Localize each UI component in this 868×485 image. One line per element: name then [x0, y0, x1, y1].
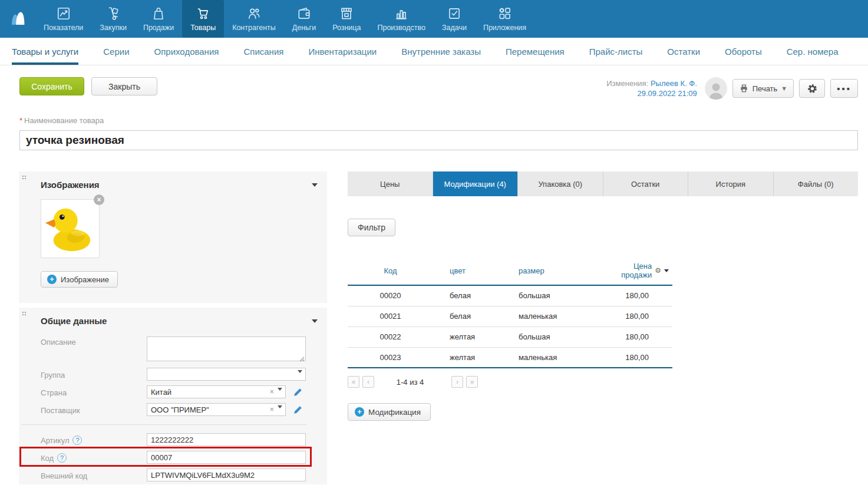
table-row[interactable]: 00020 белая большая 180,00 — [348, 285, 672, 306]
more-actions-button[interactable]: ••• — [830, 79, 858, 98]
top-nav-label: Товары — [190, 24, 216, 32]
print-button[interactable]: Печать ▼ — [732, 79, 794, 98]
top-nav-proizvodstvo[interactable]: Производство — [369, 0, 434, 38]
price-header-label: Цена продажи — [604, 262, 652, 279]
chevron-down-icon[interactable] — [278, 405, 282, 408]
drag-handle-icon[interactable] — [22, 312, 24, 313]
cell-code[interactable]: 00021 — [348, 306, 433, 326]
cell-price[interactable]: 180,00 — [604, 347, 672, 368]
cell-price[interactable]: 180,00 — [604, 326, 672, 347]
subnav-serii[interactable]: Серии — [103, 38, 129, 65]
resize-grip-icon[interactable] — [299, 357, 305, 362]
last-page-button[interactable]: » — [466, 376, 478, 388]
cell-code[interactable]: 00020 — [348, 285, 433, 306]
group-select[interactable] — [147, 368, 306, 381]
subnav-tovary-i-uslugi[interactable]: Товары и услуги — [12, 38, 78, 65]
column-settings-gear-icon[interactable]: ⚙ — [655, 267, 661, 274]
collapse-icon[interactable] — [312, 319, 318, 323]
settings-button[interactable] — [799, 79, 825, 98]
app-logo[interactable] — [0, 0, 35, 38]
save-button[interactable]: Сохранить — [19, 77, 84, 95]
product-name-input[interactable] — [19, 130, 858, 150]
tab-fajly[interactable]: Файлы (0) — [774, 171, 859, 196]
help-icon[interactable]: ? — [57, 453, 67, 463]
top-nav-prilozheniya[interactable]: Приложения — [475, 0, 534, 38]
subnav-prajs-listy[interactable]: Прайс-листы — [589, 38, 643, 65]
subnav-inventarizacii[interactable]: Инвентаризации — [308, 38, 377, 65]
edit-supplier-button[interactable] — [293, 405, 303, 415]
next-page-button[interactable]: › — [451, 376, 463, 388]
cell-color[interactable]: белая — [433, 285, 501, 306]
table-row[interactable]: 00023 желтая маленькая 180,00 — [348, 347, 672, 368]
person-icon — [705, 80, 727, 100]
top-nav-zadachi[interactable]: Задачи — [434, 0, 475, 38]
subnav-peremescheniya[interactable]: Перемещения — [506, 38, 565, 65]
cell-price[interactable]: 180,00 — [604, 306, 672, 326]
bag-icon — [151, 6, 166, 21]
collapse-icon[interactable] — [312, 183, 318, 187]
column-header-size[interactable]: размер — [501, 262, 604, 285]
cell-code[interactable]: 00022 — [348, 326, 433, 347]
country-input[interactable] — [147, 385, 286, 398]
help-icon[interactable]: ? — [72, 435, 82, 445]
tab-upakovka[interactable]: Упаковка (0) — [518, 171, 603, 196]
top-nav-dengi[interactable]: Деньги — [284, 0, 324, 38]
code-input[interactable] — [147, 451, 306, 464]
subnav-ostatki[interactable]: Остатки — [667, 38, 700, 65]
subnav-spisaniya[interactable]: Списания — [243, 38, 283, 65]
tab-modifikacii[interactable]: Модификации (4) — [433, 171, 519, 196]
article-input[interactable] — [147, 433, 306, 446]
first-page-button[interactable]: « — [348, 376, 359, 388]
cell-size[interactable]: маленькая — [501, 347, 604, 368]
add-modification-button[interactable]: + Модификация — [348, 403, 431, 421]
clear-icon[interactable]: × — [269, 405, 274, 414]
table-row[interactable]: 00022 желтая большая 180,00 — [348, 326, 672, 347]
tab-istoriya[interactable]: История — [688, 171, 774, 196]
top-nav-tovary[interactable]: Товары — [182, 0, 224, 38]
description-textarea[interactable] — [147, 336, 306, 361]
supplier-input[interactable] — [147, 403, 286, 416]
changes-user-link[interactable]: Рылеев К. Ф. — [651, 79, 697, 88]
top-nav-pokazateli[interactable]: Показатели — [35, 0, 91, 38]
column-header-price[interactable]: Цена продажи ⚙ — [604, 262, 672, 285]
cell-size[interactable]: большая — [501, 326, 604, 347]
top-nav-label: Приложения — [483, 24, 526, 32]
cell-color[interactable]: желтая — [433, 326, 501, 347]
prev-page-button[interactable]: ‹ — [362, 376, 374, 388]
subnav-vnutrennie-zakazy[interactable]: Внутренние заказы — [401, 38, 481, 65]
cell-price[interactable]: 180,00 — [604, 285, 672, 306]
tab-ostatki[interactable]: Остатки — [603, 171, 689, 196]
user-avatar[interactable] — [705, 77, 727, 100]
add-image-button[interactable]: + Изображение — [41, 271, 118, 288]
filter-button[interactable]: Фильтр — [348, 219, 395, 236]
clear-icon[interactable]: × — [269, 387, 274, 396]
external-code-input[interactable] — [147, 468, 306, 481]
edit-country-button[interactable] — [293, 387, 303, 397]
column-header-code[interactable]: Код — [348, 262, 433, 285]
column-header-color[interactable]: цвет — [433, 262, 501, 285]
chevron-down-icon[interactable] — [664, 269, 669, 272]
remove-image-icon[interactable]: × — [94, 194, 104, 205]
top-nav-roznica[interactable]: Розница — [324, 0, 369, 38]
product-image-thumbnail[interactable]: × — [41, 199, 100, 258]
changes-info: Изменения: Рылеев К. Ф. 29.09.2022 21:09 — [606, 78, 697, 98]
top-nav-label: Закупки — [100, 24, 127, 32]
drag-handle-icon[interactable] — [22, 176, 24, 177]
chevron-down-icon[interactable] — [278, 388, 282, 391]
top-nav-prodazhi[interactable]: Продажи — [135, 0, 182, 38]
general-panel-title: Общие данные — [41, 316, 311, 326]
close-button[interactable]: Закрыть — [91, 77, 157, 95]
tab-ceny[interactable]: Цены — [348, 171, 433, 196]
cell-color[interactable]: белая — [433, 306, 501, 326]
table-row[interactable]: 00021 белая маленькая 180,00 — [348, 306, 672, 326]
top-nav-kontragenty[interactable]: Контрагенты — [224, 0, 284, 38]
cell-color[interactable]: желтая — [433, 347, 501, 368]
chevron-down-icon[interactable] — [298, 370, 302, 373]
subnav-oboroty[interactable]: Обороты — [725, 38, 762, 65]
subnav-oprihodovaniya[interactable]: Оприходования — [154, 38, 219, 65]
subnav-ser-nomera[interactable]: Сер. номера — [787, 38, 839, 65]
cell-size[interactable]: большая — [501, 285, 604, 306]
cell-code[interactable]: 00023 — [348, 347, 433, 368]
top-nav-zakupki[interactable]: Закупки — [91, 0, 135, 38]
cell-size[interactable]: маленькая — [501, 306, 604, 326]
